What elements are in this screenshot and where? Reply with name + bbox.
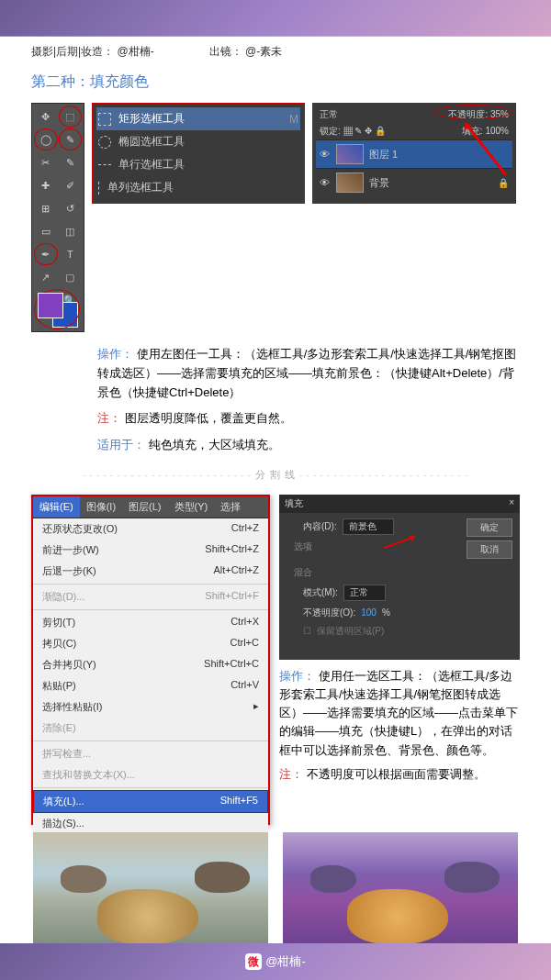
row-marquee-item[interactable]: 单行选框工具: [96, 153, 300, 176]
menu-type[interactable]: 类型(Y): [168, 496, 215, 518]
weibo-icon: 微: [245, 953, 262, 970]
apply-text: 纯色填充，大区域填充。: [149, 438, 280, 451]
move-tool-icon[interactable]: ✥: [34, 106, 58, 128]
menu-item-clear: 清除(E): [33, 718, 268, 739]
menu-item-paste-special[interactable]: 选择性粘贴(I)▸: [33, 696, 268, 718]
visibility-icon[interactable]: 👁: [320, 177, 331, 188]
history-brush-icon[interactable]: ↺: [59, 197, 83, 219]
rect-marquee-item[interactable]: 矩形选框工具 M: [96, 107, 300, 130]
col-marquee-label: 单列选框工具: [107, 180, 174, 195]
close-icon[interactable]: ×: [509, 497, 514, 510]
shape-tool-icon[interactable]: ▢: [59, 266, 83, 288]
operation-text: 使用左图任一工具：（选框工具/多边形套索工具/快速选择工具/钢笔抠图转成选区）—…: [97, 347, 516, 399]
visibility-icon[interactable]: 👁: [320, 149, 331, 160]
lock-label: 锁定:: [320, 126, 341, 136]
foreground-color-swatch[interactable]: [38, 293, 63, 318]
marquee-shortcut: M: [289, 113, 298, 126]
lock-icons[interactable]: ▦ ✎ ✥ 🔒: [343, 126, 386, 136]
healing-tool-icon[interactable]: ✚: [34, 174, 58, 196]
pen-tool-icon[interactable]: ✒: [34, 243, 58, 265]
eraser-tool-icon[interactable]: ▭: [34, 220, 58, 242]
operation-text: 使用任一选区工具：（选框工具/多边形套索工具/快速选择工具/钢笔抠图转成选区）—…: [279, 669, 518, 757]
quick-select-tool-icon[interactable]: ✎: [59, 128, 83, 150]
instruction-block-1: 操作： 使用左图任一工具：（选框工具/多边形套索工具/快速选择工具/钢笔抠图转成…: [97, 345, 520, 455]
credit-model-label: 出镜：: [209, 45, 242, 58]
rect-marquee-label: 矩形选框工具: [118, 111, 185, 127]
ellipse-marquee-item[interactable]: 椭圆选框工具: [96, 130, 300, 153]
menubar: 编辑(E) 图像(I) 图层(L) 类型(Y) 选择: [33, 496, 268, 518]
apply-label: 适用于：: [97, 438, 145, 451]
content-select[interactable]: 前景色: [343, 518, 394, 535]
lasso-tool-icon[interactable]: ◯: [34, 128, 58, 150]
menu-edit[interactable]: 编辑(E): [33, 496, 80, 518]
opacity-label: 不透明度(O):: [303, 607, 355, 619]
row-marquee-label: 单行选框工具: [118, 157, 185, 173]
stamp-tool-icon[interactable]: ⊞: [34, 197, 58, 219]
blend-mode-select[interactable]: 正常: [320, 108, 338, 121]
menu-item-undo[interactable]: 还原状态更改(O)Ctrl+Z: [33, 518, 268, 540]
credit-line: 摄影|后期|妆造： @柑楠- 出镜： @-素未: [31, 44, 520, 60]
menu-item-copy[interactable]: 拷贝(C)Ctrl+C: [33, 633, 268, 654]
opacity-highlight-ring: [433, 105, 512, 119]
menu-item-copy-merged[interactable]: 合并拷贝(Y)Shift+Ctrl+C: [33, 654, 268, 675]
ellipse-marquee-icon: [98, 136, 111, 149]
path-select-icon[interactable]: ↗: [34, 266, 58, 288]
menu-item-stroke[interactable]: 描边(S)...: [33, 813, 268, 834]
col-marquee-item[interactable]: 单列选框工具: [96, 176, 300, 199]
divider-text: 分 割 线: [255, 469, 296, 480]
menu-item-back[interactable]: 后退一步(K)Alt+Ctrl+Z: [33, 561, 268, 582]
section-title: 第二种：填充颜色: [31, 72, 520, 92]
note-label: 注：: [97, 411, 121, 425]
opacity-input[interactable]: 100: [361, 607, 377, 618]
credit-roles: 摄影|后期|妆造：: [31, 45, 114, 58]
menu-item-fade: 渐隐(D)...Shift+Ctrl+F: [33, 586, 268, 607]
opacity-unit: %: [382, 607, 390, 618]
footer-bar: 微 @柑楠-: [0, 943, 551, 980]
menu-item-paste[interactable]: 粘贴(P)Ctrl+V: [33, 675, 268, 696]
menu-item-cut[interactable]: 剪切(T)Ctrl+X: [33, 612, 268, 633]
ok-button[interactable]: 确定: [467, 518, 512, 537]
mode-select[interactable]: 正常: [343, 585, 386, 601]
layer-thumbnail: [336, 173, 364, 193]
fill-dialog: 填充 × 确定 取消 内容(D): 前景色 选项 混合 模式(M): 正常 不透…: [279, 495, 520, 660]
note-text: 不透明度可以根据画面需要调整。: [307, 767, 486, 781]
note-label: 注：: [279, 767, 303, 781]
menu-image[interactable]: 图像(I): [80, 496, 122, 518]
menu-item-spell: 拼写检查...: [33, 743, 268, 764]
mode-label: 模式(M):: [303, 586, 338, 599]
blend-group-label: 混合: [285, 566, 514, 579]
operation-label: 操作：: [279, 669, 315, 683]
layer-thumbnail: [336, 144, 364, 164]
ps-toolbar: ✥ ⬚ ◯ ✎ ✂ ✎ ✚ ✐ ⊞ ↺ ▭ ◫ ✒ T ↗ ▢ ✋ 🔍: [31, 103, 84, 332]
ellipse-marquee-label: 椭圆选框工具: [118, 134, 185, 150]
row-marquee-icon: [98, 164, 111, 166]
checkbox-icon[interactable]: ☐: [303, 626, 311, 636]
fill-dialog-title: 填充: [285, 497, 303, 510]
instruction-block-2: 操作： 使用任一选区工具：（选框工具/多边形套索工具/快速选择工具/钢笔抠图转成…: [279, 667, 520, 784]
content-label: 内容(D):: [303, 520, 337, 533]
menu-dropdown: 还原状态更改(O)Ctrl+Z 前进一步(W)Shift+Ctrl+Z 后退一步…: [33, 518, 268, 834]
crop-tool-icon[interactable]: ✂: [34, 151, 58, 173]
cancel-button[interactable]: 取消: [467, 540, 512, 559]
edit-menu-screenshot: 编辑(E) 图像(I) 图层(L) 类型(Y) 选择 还原状态更改(O)Ctrl…: [31, 495, 270, 825]
credit-author: @柑楠-: [118, 45, 154, 58]
marquee-tool-icon[interactable]: ⬚: [59, 106, 83, 128]
layer-name: 图层 1: [369, 148, 398, 161]
layer-name: 背景: [369, 176, 389, 190]
fill-value[interactable]: 100%: [485, 126, 509, 136]
menu-item-fill[interactable]: 填充(L)...Shift+F5: [33, 790, 268, 813]
type-tool-icon[interactable]: T: [59, 243, 83, 265]
layers-panel: 正常 不透明度: 35% 锁定: ▦ ✎ ✥ 🔒 填充: 100%: [312, 103, 516, 204]
menu-item-forward[interactable]: 前进一步(W)Shift+Ctrl+Z: [33, 540, 268, 561]
marquee-tool-flyout: 矩形选框工具 M 椭圆选框工具 单行选框工具 单列选框工具: [92, 103, 305, 204]
col-marquee-icon: [98, 182, 100, 195]
eyedropper-tool-icon[interactable]: ✎: [59, 151, 83, 173]
footer-handle: @柑楠-: [265, 953, 306, 970]
note-text: 图层透明度降低，覆盖更自然。: [125, 411, 292, 425]
menu-select[interactable]: 选择: [214, 496, 247, 518]
brush-tool-icon[interactable]: ✐: [59, 174, 83, 196]
layer-row-background[interactable]: 👁 背景 🔒: [316, 168, 512, 196]
menu-layer[interactable]: 图层(L): [122, 496, 167, 518]
gradient-tool-icon[interactable]: ◫: [59, 220, 83, 242]
rect-marquee-icon: [98, 113, 111, 126]
